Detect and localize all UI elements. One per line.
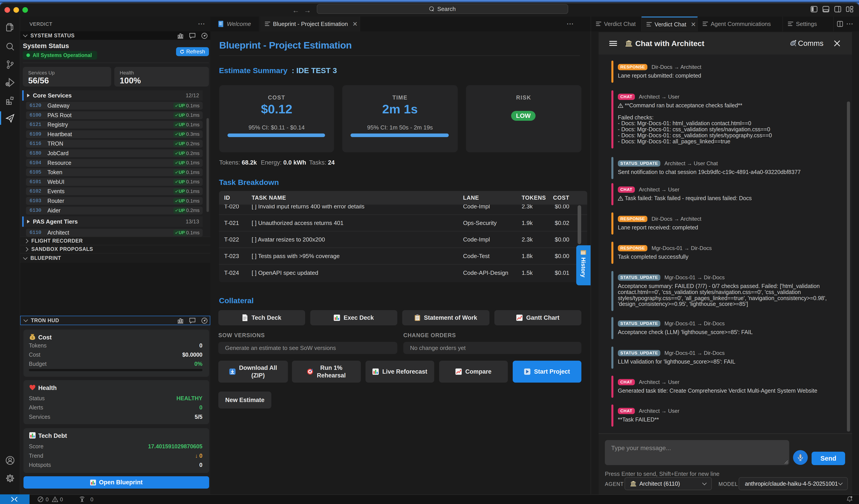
svg-text:$: $ (32, 336, 33, 339)
